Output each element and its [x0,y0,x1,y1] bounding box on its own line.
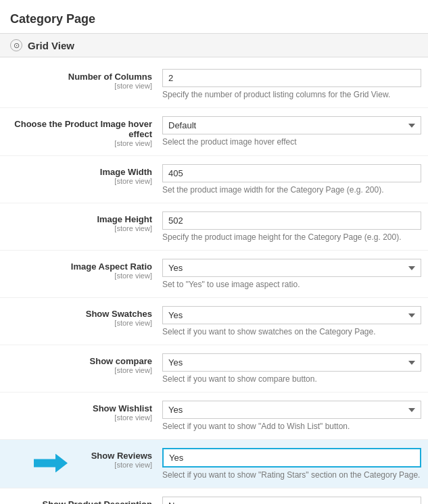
form-content: Number of Columns[store view]Specify the… [0,57,428,504]
select-show-reviews[interactable]: YesNo [162,448,421,468]
store-view-label-image-width: [store view] [7,177,152,185]
store-view-label-number-of-columns: [store view] [7,82,152,90]
hint-number-of-columns: Specify the number of product listing co… [162,90,421,99]
input-image-width[interactable] [162,164,421,182]
form-row-image-height: Image Height[store view]Specify the prod… [0,203,428,251]
select-show-product-description[interactable]: YesNo [162,497,421,504]
hint-image-width: Set the product image width for the Cate… [162,185,421,195]
field-label-show-wishlist: Show Wishlist [7,403,152,413]
form-row-show-reviews: Show Reviews[store view]YesNoSelect if y… [0,440,428,488]
store-view-label-image-height: [store view] [7,224,152,232]
svg-marker-0 [34,453,68,472]
page-title: Category Page [0,7,428,33]
blue-arrow-icon [34,453,68,472]
form-row-number-of-columns: Number of Columns[store view]Specify the… [0,61,428,108]
select-image-aspect-ratio[interactable]: YesNo [162,259,421,277]
form-row-product-image-hover: Choose the Product Image hover effect[st… [0,108,428,156]
hint-image-height: Specify the product image height for the… [162,232,421,242]
form-row-show-wishlist: Show Wishlist[store view]YesNoSelect if … [0,393,428,440]
select-product-image-hover[interactable]: Default [162,116,421,134]
store-view-label-show-swatches: [store view] [7,319,152,327]
input-image-height[interactable] [162,211,421,230]
store-view-label-show-reviews: [store view] [7,461,152,469]
hint-product-image-hover: Select the product image hover effect [162,137,421,147]
section-title: Grid View [28,40,74,51]
hint-show-reviews: Select if you want to show "Rating Stars… [162,470,421,480]
store-view-label-show-wishlist: [store view] [7,413,152,422]
form-row-image-aspect-ratio: Image Aspect Ratio[store view]YesNoSet t… [0,251,428,298]
hint-image-aspect-ratio: Set to "Yes" to use image aspect ratio. [162,280,421,289]
select-show-compare[interactable]: YesNo [162,353,421,372]
select-show-swatches[interactable]: YesNo [162,306,421,324]
collapse-icon: ⊙ [10,39,22,51]
field-label-show-reviews: Show Reviews [7,451,152,461]
field-label-image-width: Image Width [7,167,152,177]
hint-show-swatches: Select if you want to show swatches on t… [162,327,421,336]
form-row-image-width: Image Width[store view]Set the product i… [0,156,428,203]
field-label-show-compare: Show compare [7,356,152,366]
form-row-show-swatches: Show Swatches[store view]YesNoSelect if … [0,298,428,345]
store-view-label-show-compare: [store view] [7,366,152,374]
field-label-image-height: Image Height [7,214,152,224]
form-row-show-product-description: Show Product Description[store view]YesN… [0,488,428,504]
hint-show-compare: Select if you want to show compare butto… [162,374,421,384]
input-number-of-columns[interactable] [162,69,421,87]
field-label-number-of-columns: Number of Columns [7,72,152,82]
field-label-show-product-description: Show Product Description [7,499,152,504]
hint-show-wishlist: Select if you want to show "Add to Wish … [162,422,421,431]
store-view-label-image-aspect-ratio: [store view] [7,272,152,280]
form-row-show-compare: Show compare[store view]YesNoSelect if y… [0,345,428,393]
field-label-product-image-hover: Choose the Product Image hover effect [7,119,152,139]
field-label-show-swatches: Show Swatches [7,309,152,319]
section-header[interactable]: ⊙ Grid View [0,33,428,57]
store-view-label-product-image-hover: [store view] [7,139,152,147]
select-show-wishlist[interactable]: YesNo [162,401,421,419]
field-label-image-aspect-ratio: Image Aspect Ratio [7,261,152,272]
